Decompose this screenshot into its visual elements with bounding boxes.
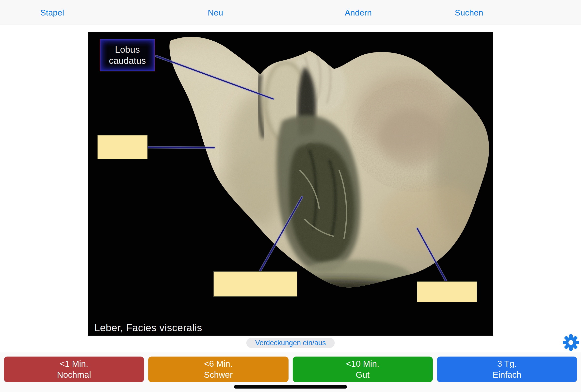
answer-time-label: 3 Tg. — [497, 358, 517, 369]
anatomy-label-box: Lobus caudatus — [100, 39, 155, 72]
toolbar-item-neu[interactable]: Neu — [208, 0, 223, 25]
toolbar-item-stapel[interactable]: Stapel — [40, 0, 64, 25]
toolbar-item-suchen[interactable]: Suchen — [455, 0, 483, 25]
answer-easy-button[interactable]: 3 Tg. Einfach — [437, 356, 577, 382]
answer-hard-button[interactable]: <6 Min. Schwer — [148, 356, 288, 382]
image-caption: Leber, Facies visceralis — [94, 322, 202, 334]
answer-buttons-row: <1 Min. Nochmal <6 Min. Schwer <10 Min. … — [0, 356, 581, 382]
answer-time-label: <10 Min. — [346, 358, 379, 369]
answer-action-label: Nochmal — [57, 369, 91, 380]
toggle-occlusions-button[interactable]: Verdeckungen ein/aus — [246, 338, 335, 348]
home-indicator — [234, 385, 347, 388]
answer-action-label: Gut — [356, 369, 370, 380]
answer-good-button[interactable]: <10 Min. Gut — [293, 356, 433, 382]
occlusion-mask[interactable] — [97, 135, 148, 159]
answer-action-label: Schwer — [204, 369, 233, 380]
gear-icon[interactable] — [563, 334, 579, 351]
answer-again-button[interactable]: <1 Min. Nochmal — [4, 356, 144, 382]
anatomy-label-text: Lobus caudatus — [100, 44, 155, 66]
occlusion-mask[interactable] — [213, 271, 297, 297]
top-toolbar: Stapel Neu Ändern Suchen — [0, 0, 581, 25]
occlusion-mask[interactable] — [417, 281, 477, 302]
answer-time-label: <6 Min. — [204, 358, 233, 369]
answer-time-label: <1 Min. — [60, 358, 88, 369]
answer-bar-divider — [0, 352, 581, 353]
toolbar-item-aendern[interactable]: Ändern — [345, 0, 372, 25]
answer-action-label: Einfach — [493, 369, 522, 380]
card-image: Lobus caudatus Leber, Facies visceralis — [88, 32, 493, 336]
